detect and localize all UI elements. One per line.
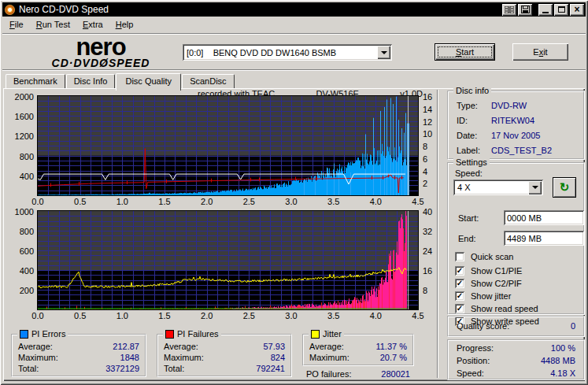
axis-tick-label: 12 — [423, 117, 432, 127]
pi-errors-left-axis: 200016001200800400 — [3, 96, 35, 195]
cddvd-speed-logo-text: CD·DVDØSPEED — [28, 57, 173, 69]
pi-failures-chart-canvas — [38, 211, 418, 309]
checkbox-quick-scan[interactable]: Quick scan — [455, 252, 513, 261]
disc-info-row: Date:17 Nov 2005 — [449, 128, 583, 143]
checkbox-show-c2-pif[interactable]: ✓Show C2/PIF — [455, 279, 522, 288]
pi-errors-chart — [37, 95, 419, 196]
axis-tick-label: 3.0 — [285, 197, 297, 206]
close-icon: × — [574, 6, 579, 13]
axis-tick-label: 40 — [423, 207, 432, 217]
axis-tick-label: 6 — [423, 154, 427, 164]
checkbox-show-c1-pie[interactable]: ✓Show C1/PIE — [455, 266, 522, 276]
minimize-button[interactable] — [538, 4, 553, 16]
menu-help[interactable]: Help — [109, 18, 140, 31]
titlebar-buttons: × — [502, 4, 584, 16]
app-cd-icon — [5, 5, 15, 15]
axis-tick-label: 2.5 — [243, 311, 255, 320]
checkbox-box: ✓ — [455, 266, 464, 276]
menu-extra[interactable]: Extra — [76, 18, 109, 31]
axis-tick-label: 1.5 — [158, 311, 170, 320]
tab-disc-info[interactable]: Disc Info — [66, 74, 116, 88]
jitter-legend-title: Jitter — [309, 329, 344, 339]
disc-info-rows: Type:DVD-RW ID:RITEKW04 Date:17 Nov 2005… — [449, 92, 583, 158]
axis-tick-label: 800 — [20, 152, 34, 161]
axis-tick-label: 3.5 — [327, 311, 339, 320]
settings-title: Settings — [453, 157, 490, 168]
menu-bar: File Run Test Extra Help — [2, 17, 586, 32]
speed-label: Speed: — [455, 168, 483, 178]
drive-select-dropdown-button[interactable] — [377, 46, 390, 59]
speed-select[interactable]: 4 X — [453, 180, 543, 195]
progress-row: Speed:4.18 X — [449, 367, 583, 379]
progress-row: Progress:100 % — [449, 342, 583, 354]
tab-benchmark[interactable]: Benchmark — [6, 74, 65, 88]
axis-tick-label: 2 — [423, 179, 427, 188]
axis-tick-label: 14 — [423, 105, 432, 114]
close-button[interactable]: × — [570, 4, 584, 16]
disc-info-box: Disc info Type:DVD-RW ID:RITEKW04 Date:1… — [447, 91, 585, 160]
pi-errors-chart-canvas — [38, 96, 418, 195]
pi-errors-x-axis: 0.00.51.01.52.02.53.03.54.04.5 — [38, 197, 418, 206]
disc-quality-page: recorded with TEAC DV-W516E v1.0D 200016… — [3, 88, 585, 381]
maximize-button[interactable] — [554, 4, 568, 16]
speed-select-dropdown-button[interactable] — [528, 181, 542, 194]
axis-tick-label: 1200 — [15, 131, 34, 141]
legend-row: Total:792241 — [158, 363, 290, 374]
checkbox-show-jitter[interactable]: ✓Show jitter — [455, 291, 511, 301]
checkbox-box: ✓ — [455, 304, 464, 313]
chevron-down-icon — [381, 51, 387, 54]
disc-info-title: Disc info — [453, 86, 491, 96]
tab-strip: Benchmark Disc Info Disc Quality ScanDis… — [6, 73, 235, 88]
compare-book-button[interactable] — [502, 4, 516, 16]
jitter-legend-box: Jitter Average:11.37 % Maximum:20.7 % — [302, 334, 414, 366]
exit-button[interactable]: Exit — [512, 43, 568, 61]
axis-tick-label: 16 — [423, 266, 432, 276]
legend-row: Total:3372129 — [13, 363, 145, 374]
legend-row: Maximum:824 — [158, 352, 290, 363]
axis-tick-label: 4.5 — [412, 197, 423, 206]
axis-tick-label: 800 — [20, 227, 34, 236]
jitter-legend-rows: Average:11.37 % Maximum:20.7 % — [304, 335, 412, 363]
legend-row: Average:11.37 % — [304, 341, 412, 352]
settings-box: Settings Speed: 4 X ↻ Start: 0000 MB End… — [447, 162, 585, 315]
axis-tick-label: 1.0 — [116, 197, 128, 206]
pi-failures-legend-box: PI Failures Average:57.93 Maximum:824 To… — [157, 334, 292, 377]
tab-disc-quality[interactable]: Disc Quality — [116, 73, 181, 91]
axis-tick-label: 2.0 — [201, 197, 213, 206]
tab-scandisc[interactable]: ScanDisc — [182, 74, 234, 88]
axis-tick-label: 3.0 — [285, 311, 297, 320]
axis-tick-label: 0.5 — [74, 311, 86, 320]
disc-info-row: Type:DVD-RW — [449, 98, 583, 113]
axis-tick-label: 600 — [20, 246, 34, 256]
checkbox-box: ✓ — [455, 279, 464, 288]
start-position-field[interactable]: 0000 MB — [504, 210, 584, 225]
drive-select[interactable]: [0:0] BENQ DVD DD DW1640 BSMB — [183, 44, 392, 61]
checkbox-show-read-speed[interactable]: ✓Show read speed — [455, 304, 538, 313]
speed-select-value: 4 X — [453, 183, 528, 192]
end-position-field[interactable]: 4489 MB — [504, 231, 584, 246]
axis-tick-label: 0.5 — [74, 197, 86, 206]
axis-tick-label: 10 — [423, 129, 432, 139]
refresh-button[interactable]: ↻ — [553, 177, 576, 198]
axis-tick-label: 400 — [20, 266, 34, 276]
legend-row: Average:212.87 — [13, 341, 145, 352]
minimize-icon — [542, 12, 549, 13]
axis-tick-label: 8 — [423, 142, 427, 151]
axis-tick-label: 400 — [20, 172, 34, 181]
pi-failures-x-axis: 0.00.51.01.52.02.53.03.54.04.5 — [38, 311, 418, 320]
menu-file[interactable]: File — [3, 18, 30, 31]
pi-failures-left-axis: 1000800600400200 — [3, 211, 35, 309]
legend-row: Average:57.93 — [158, 341, 290, 352]
title-bar: Nero CD-DVD Speed × — [2, 2, 586, 17]
start-button[interactable]: Start — [435, 43, 495, 61]
axis-tick-label: 2.5 — [243, 197, 255, 206]
axis-tick-label: 2.0 — [201, 311, 213, 320]
book-icon — [505, 6, 514, 13]
save-button[interactable] — [518, 4, 532, 16]
menu-run-test[interactable]: Run Test — [30, 18, 76, 31]
pi-failures-swatch — [165, 330, 174, 339]
refresh-icon: ↻ — [560, 180, 570, 194]
disc-info-row: Label:CDS_TEST_B2 — [449, 143, 583, 158]
axis-tick-label: 1.0 — [116, 311, 128, 320]
legend-row: Maximum:1848 — [13, 352, 145, 363]
